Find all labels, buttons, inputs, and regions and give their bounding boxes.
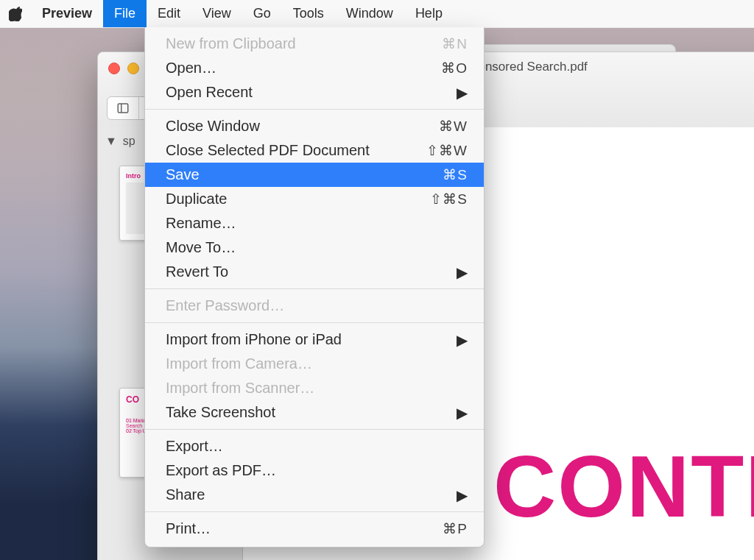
menu-item-rename[interactable]: Rename… <box>145 211 484 235</box>
submenu-arrow-icon: ▶ <box>416 486 468 504</box>
menu-item-shortcut: ⌘P <box>416 520 468 537</box>
menu-item-open-recent[interactable]: Open Recent▶ <box>145 80 484 104</box>
menu-item-label: Enter Password… <box>166 297 468 314</box>
menu-separator <box>145 109 484 110</box>
menu-item-label: Open Recent <box>166 84 416 101</box>
menu-item-label: Save <box>166 166 416 183</box>
menu-item-label: Import from Camera… <box>166 355 468 372</box>
menu-item-import-from-camera: Import from Camera… <box>145 352 484 376</box>
disclosure-triangle-icon[interactable]: ▼ <box>105 135 117 148</box>
menu-help[interactable]: Help <box>404 0 454 27</box>
menu-item-label: Close Window <box>166 118 416 135</box>
menu-item-print[interactable]: Print…⌘P <box>145 517 484 541</box>
menu-separator <box>145 511 484 512</box>
menu-item-label: Revert To <box>166 263 416 280</box>
page-heading: CONTEN <box>493 436 754 536</box>
submenu-arrow-icon: ▶ <box>416 263 468 281</box>
menu-item-share[interactable]: Share▶ <box>145 483 484 507</box>
menu-separator <box>145 288 484 289</box>
menu-separator <box>145 429 484 430</box>
menu-item-open[interactable]: Open…⌘O <box>145 56 484 80</box>
menu-item-new-from-clipboard: New from Clipboard⌘N <box>145 32 484 56</box>
menu-item-revert-to[interactable]: Revert To▶ <box>145 260 484 284</box>
menu-item-label: Export… <box>166 438 468 455</box>
submenu-arrow-icon: ▶ <box>416 404 468 422</box>
app-name-menu[interactable]: Preview <box>31 0 103 27</box>
submenu-arrow-icon: ▶ <box>416 84 468 102</box>
submenu-arrow-icon: ▶ <box>416 331 468 349</box>
menu-item-label: Take Screenshot <box>166 404 416 421</box>
menu-item-import-from-scanner: Import from Scanner… <box>145 376 484 400</box>
menu-item-import-from-iphone-or-ipad[interactable]: Import from iPhone or iPad▶ <box>145 327 484 352</box>
menu-item-save[interactable]: Save⌘S <box>145 163 484 187</box>
menu-go[interactable]: Go <box>242 0 282 27</box>
menu-item-shortcut: ⌘W <box>416 118 468 135</box>
menu-item-label: Import from Scanner… <box>166 380 468 397</box>
menu-item-shortcut: ⌘O <box>416 60 468 77</box>
menu-item-label: Open… <box>166 60 416 77</box>
menu-item-label: Rename… <box>166 215 468 232</box>
menu-item-shortcut: ⇧⌘W <box>416 142 468 159</box>
menu-tools[interactable]: Tools <box>282 0 335 27</box>
menu-bar[interactable]: Preview FileEditViewGoToolsWindowHelp <box>0 0 754 28</box>
sidebar-toggle-icon[interactable] <box>108 97 139 119</box>
menu-item-take-screenshot[interactable]: Take Screenshot▶ <box>145 400 484 425</box>
menu-edit[interactable]: Edit <box>147 0 191 27</box>
menu-item-label: Export as PDF… <box>166 462 468 479</box>
menu-item-label: Print… <box>166 520 416 537</box>
menu-item-close-selected-pdf-document[interactable]: Close Selected PDF Document⇧⌘W <box>145 138 484 163</box>
menu-item-shortcut: ⇧⌘S <box>416 191 468 208</box>
menu-item-enter-password: Enter Password… <box>145 294 484 318</box>
menu-item-export[interactable]: Export… <box>145 434 484 458</box>
thumb-2-title: CO <box>126 394 139 405</box>
thumb-1-title: Intro <box>126 172 141 180</box>
menu-item-label: Duplicate <box>166 191 416 208</box>
menu-item-label: Share <box>166 486 416 503</box>
menu-item-label: Move To… <box>166 239 468 256</box>
menu-item-shortcut: ⌘N <box>416 35 468 52</box>
svg-rect-9 <box>118 104 128 113</box>
file-menu-dropdown[interactable]: New from Clipboard⌘NOpen…⌘OOpen Recent▶C… <box>144 27 485 547</box>
menu-item-shortcut: ⌘S <box>416 166 468 183</box>
menu-item-close-window[interactable]: Close Window⌘W <box>145 114 484 138</box>
apple-logo-icon <box>9 7 22 21</box>
menu-file[interactable]: File <box>103 0 147 27</box>
menu-item-label: Import from iPhone or iPad <box>166 331 416 348</box>
menu-item-label: New from Clipboard <box>166 35 416 52</box>
apple-menu[interactable] <box>0 7 31 21</box>
menu-view[interactable]: View <box>191 0 242 27</box>
menu-separator <box>145 322 484 323</box>
sidebar-header-text: sp <box>123 135 135 148</box>
menu-item-label: Close Selected PDF Document <box>166 142 416 159</box>
menu-item-duplicate[interactable]: Duplicate⇧⌘S <box>145 187 484 211</box>
menu-window[interactable]: Window <box>335 0 404 27</box>
menu-item-move-to[interactable]: Move To… <box>145 235 484 260</box>
menu-item-export-as-pdf[interactable]: Export as PDF… <box>145 458 484 483</box>
